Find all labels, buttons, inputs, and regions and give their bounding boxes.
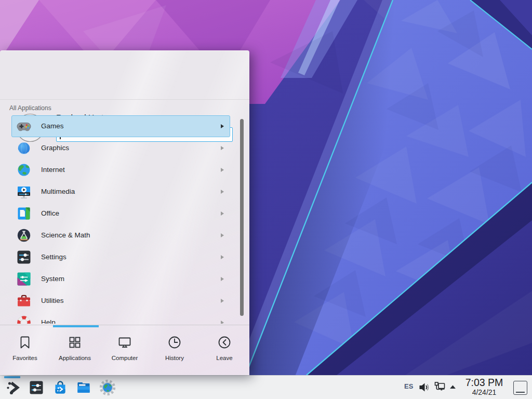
tab-bar: Favorites Applications Computer [0,327,249,375]
system-monitor-icon [16,271,32,287]
category-row-office[interactable]: Office [11,203,230,224]
category-row-system[interactable]: System [11,268,230,290]
submenu-arrow-icon [221,255,224,259]
digital-clock[interactable]: 7:03 PM 4/24/21 [459,377,509,396]
category-list: Games Graphics [11,115,231,324]
tab-leave[interactable]: Leave [200,327,249,375]
tab-applications[interactable]: Applications [50,327,100,375]
show-desktop-button[interactable] [513,381,527,395]
leave-icon [217,335,232,350]
category-label: Utilities [41,290,64,311]
header-separator [0,99,249,100]
dolphin-file-manager-icon[interactable] [75,379,92,396]
tab-label: Leave [200,355,249,361]
tab-computer[interactable]: Computer [100,327,150,375]
submenu-arrow-icon [221,321,224,324]
category-row-internet[interactable]: Internet [11,159,230,181]
office-document-icon [16,205,32,222]
category-label: Multimedia [41,181,75,202]
tab-label: History [150,355,200,361]
scrollbar[interactable] [240,119,244,316]
lifebuoy-icon [16,314,32,324]
computer-icon [117,335,132,350]
system-settings-icon[interactable] [28,379,45,396]
flask-icon [16,227,32,244]
expand-tray-arrow-icon[interactable] [449,384,457,389]
tab-label: Favorites [0,355,50,361]
category-label: Science & Math [41,225,90,246]
blue-sphere-icon [16,140,32,156]
bookmark-icon [17,335,33,350]
volume-icon[interactable] [418,382,430,393]
category-row-help[interactable]: Help [11,312,230,324]
category-row-settings[interactable]: Settings [11,246,230,268]
konqueror-browser-icon[interactable] [99,379,116,396]
gamepad-icon [16,118,32,135]
tab-history[interactable]: History [150,327,200,375]
keyboard-layout-indicator[interactable]: ES [404,382,416,390]
kickoff-menu: Raphael Hertzog All Applications [0,50,249,375]
desktop: Raphael Hertzog All Applications [0,0,532,399]
media-player-icon [16,183,32,200]
history-clock-icon [167,335,182,350]
category-label: Games [41,116,64,137]
active-task-indicator [4,376,20,378]
category-label: Graphics [41,138,69,158]
toolbox-icon [16,292,32,309]
globe-icon [16,162,32,178]
category-label: System [41,269,64,289]
submenu-arrow-icon [221,299,224,303]
submenu-arrow-icon [221,233,224,237]
tab-label: Computer [100,355,150,361]
taskbar-panel: ES 7:03 PM 4/24/21 [0,375,532,399]
tab-label: Applications [50,355,100,361]
clock-time: 7:03 PM [459,377,509,389]
section-label: All Applications [9,104,51,112]
category-row-utilities[interactable]: Utilities [11,290,230,312]
discover-icon[interactable] [52,379,69,396]
kde-application-launcher-icon[interactable] [5,379,21,396]
submenu-arrow-icon [221,190,224,194]
tabbar-separator [0,325,249,325]
category-row-games[interactable]: Games [11,115,230,137]
category-row-science[interactable]: Science & Math [11,224,230,246]
submenu-arrow-icon [221,211,224,216]
tab-favorites[interactable]: Favorites [0,327,50,375]
category-label: Settings [41,247,66,268]
submenu-arrow-icon [221,168,224,172]
submenu-arrow-icon [221,277,224,281]
category-row-multimedia[interactable]: Multimedia [11,181,230,203]
wired-network-icon[interactable] [433,381,446,394]
category-row-graphics[interactable]: Graphics [11,137,230,159]
category-label: Help [41,312,56,324]
category-label: Internet [41,159,65,180]
submenu-arrow-icon [221,146,224,150]
submenu-arrow-icon [221,124,224,128]
clock-date: 4/24/21 [459,389,509,396]
category-label: Office [41,203,59,224]
sliders-icon [16,249,32,265]
app-grid-icon [67,335,83,350]
